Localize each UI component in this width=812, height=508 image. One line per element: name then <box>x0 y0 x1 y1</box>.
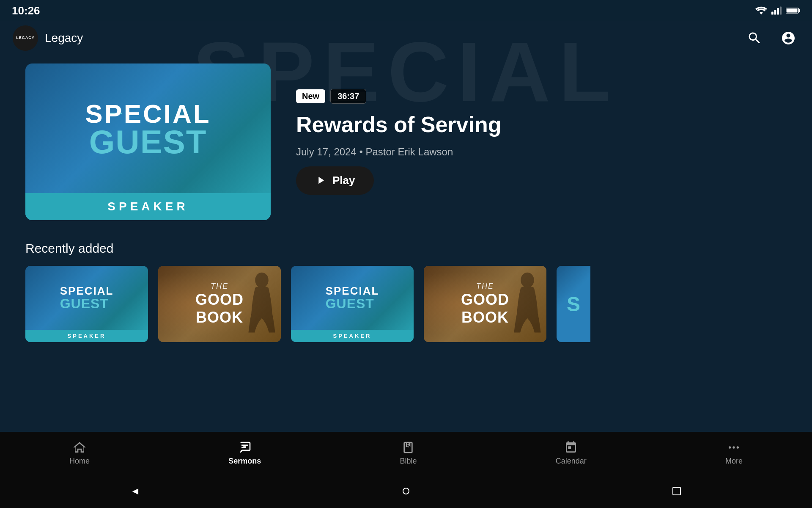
svg-point-13 <box>733 446 735 448</box>
card-book-1: BOOK <box>195 309 244 326</box>
account-button[interactable] <box>777 27 799 49</box>
home-circle-icon <box>403 488 409 494</box>
card-good-2: GOOD <box>461 291 509 309</box>
svg-rect-5 <box>799 9 800 12</box>
recently-added-title: Recently added <box>25 241 812 256</box>
card-good-book-2[interactable]: THE GOOD BOOK <box>424 266 546 342</box>
svg-rect-1 <box>774 10 776 15</box>
svg-rect-11 <box>408 443 409 445</box>
hero-meta: July 17, 2024 • Pastor Erik Lawson <box>296 146 787 158</box>
sermons-icon <box>238 441 252 454</box>
card-sg-top-2: SPECIAL GUEST <box>321 266 384 330</box>
recents-square-icon <box>672 487 681 495</box>
more-icon <box>727 441 741 454</box>
nav-item-more[interactable]: More <box>708 436 760 470</box>
svg-rect-6 <box>787 9 798 13</box>
partial-letter: S <box>567 293 580 316</box>
card-the-2: THE <box>461 282 509 291</box>
back-button[interactable]: ◄ <box>126 482 145 500</box>
nav-item-home[interactable]: Home <box>52 436 107 470</box>
nav-sermons-label: Sermons <box>228 457 261 466</box>
card-sg-speaker-2: SPEAKER <box>291 330 414 342</box>
app-bar: LEGACY Legacy <box>0 21 812 55</box>
bible-icon <box>401 441 415 454</box>
play-label: Play <box>332 174 355 187</box>
play-button[interactable]: Play <box>296 166 374 195</box>
svg-rect-2 <box>777 8 779 15</box>
card-good-1: GOOD <box>195 291 244 309</box>
home-icon <box>73 441 86 454</box>
nav-home-label: Home <box>69 457 90 466</box>
card-sg-special-1: SPECIAL <box>60 284 114 298</box>
status-icons <box>755 6 800 15</box>
card-good-book-content-1: THE GOOD BOOK <box>158 266 281 342</box>
svg-rect-3 <box>780 6 782 14</box>
status-time: 10:26 <box>12 4 40 17</box>
nav-item-bible[interactable]: Bible <box>383 436 433 470</box>
search-button[interactable] <box>743 27 765 49</box>
signal-icon <box>771 6 782 15</box>
nav-more-label: More <box>725 457 743 466</box>
hero-section: S P ECIAL GUEST SPEAKER New 36:37 Reward… <box>25 55 787 229</box>
bottom-nav: Home Sermons Bible Calendar Mor <box>0 432 812 474</box>
nav-item-sermons[interactable]: Sermons <box>211 436 278 470</box>
svg-point-14 <box>737 446 739 448</box>
app-logo: LEGACY <box>13 25 38 51</box>
card-sg-speaker-1: SPEAKER <box>25 330 148 342</box>
hero-badges: New 36:37 <box>296 89 787 104</box>
status-bar: 10:26 <box>0 0 812 21</box>
app-title: Legacy <box>45 31 83 45</box>
duration-badge: 36:37 <box>330 89 366 104</box>
hero-thumbnail[interactable]: S P ECIAL GUEST SPEAKER <box>25 64 271 220</box>
wifi-icon <box>755 6 767 15</box>
card-partial-5[interactable]: S <box>557 266 590 342</box>
play-icon <box>315 174 326 186</box>
home-button[interactable] <box>397 482 415 500</box>
svg-point-12 <box>729 446 731 448</box>
special-guest-logo: S P ECIAL GUEST <box>85 99 211 158</box>
search-icon <box>747 30 762 46</box>
card-good-book-1[interactable]: THE GOOD BOOK <box>158 266 281 342</box>
hero-speaker-band: SPEAKER <box>25 193 271 220</box>
card-sg-guest-2: GUEST <box>326 296 379 312</box>
card-sg-guest-1: GUEST <box>60 296 114 312</box>
recents-button[interactable] <box>667 482 686 500</box>
new-badge: New <box>296 89 325 103</box>
hero-title: Rewards of Serving <box>296 112 787 138</box>
back-icon: ◄ <box>130 485 140 497</box>
card-special-guest-2[interactable]: SPECIAL GUEST SPEAKER <box>291 266 414 342</box>
cards-row: SPECIAL GUEST SPEAKER THE GOOD BOOK <box>25 266 812 342</box>
svg-rect-9 <box>243 446 246 447</box>
hero-thumbnail-top: S P ECIAL GUEST <box>25 64 271 193</box>
nav-calendar-label: Calendar <box>556 457 587 466</box>
card-the-1: THE <box>195 282 244 291</box>
battery-icon <box>786 6 800 15</box>
hero-guest-text: GUEST <box>85 125 211 158</box>
hero-info: New 36:37 Rewards of Serving July 17, 20… <box>296 89 787 195</box>
app-bar-right <box>743 27 799 49</box>
card-good-book-content-2: THE GOOD BOOK <box>424 266 546 342</box>
card-sg-top-1: SPECIAL GUEST <box>55 266 119 330</box>
nav-bible-label: Bible <box>400 457 417 466</box>
system-nav: ◄ <box>0 474 812 508</box>
calendar-icon <box>564 441 578 454</box>
svg-rect-0 <box>771 11 774 14</box>
app-bar-left: LEGACY Legacy <box>13 25 83 51</box>
card-book-2: BOOK <box>461 309 509 326</box>
recently-added-section: Recently added SPECIAL GUEST SPEAKER <box>25 241 812 342</box>
card-special-guest-1[interactable]: SPECIAL GUEST SPEAKER <box>25 266 148 342</box>
nav-item-calendar[interactable]: Calendar <box>539 436 604 470</box>
account-icon <box>781 30 796 46</box>
card-sg-special-2: SPECIAL <box>326 284 379 298</box>
